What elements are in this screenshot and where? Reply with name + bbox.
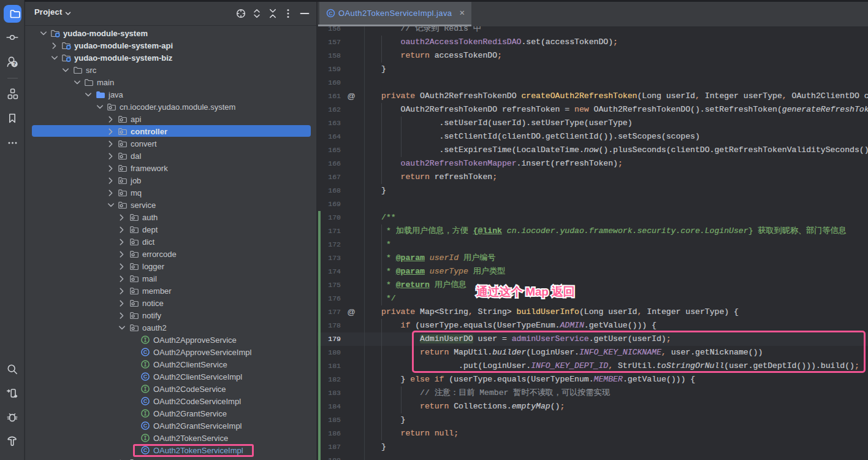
svg-text:C: C [329, 10, 332, 17]
svg-text:?: ? [13, 61, 16, 67]
svg-text:C: C [143, 398, 148, 404]
svg-text:C: C [143, 374, 148, 380]
svg-text:C: C [143, 423, 148, 429]
svg-text:C: C [143, 349, 148, 355]
